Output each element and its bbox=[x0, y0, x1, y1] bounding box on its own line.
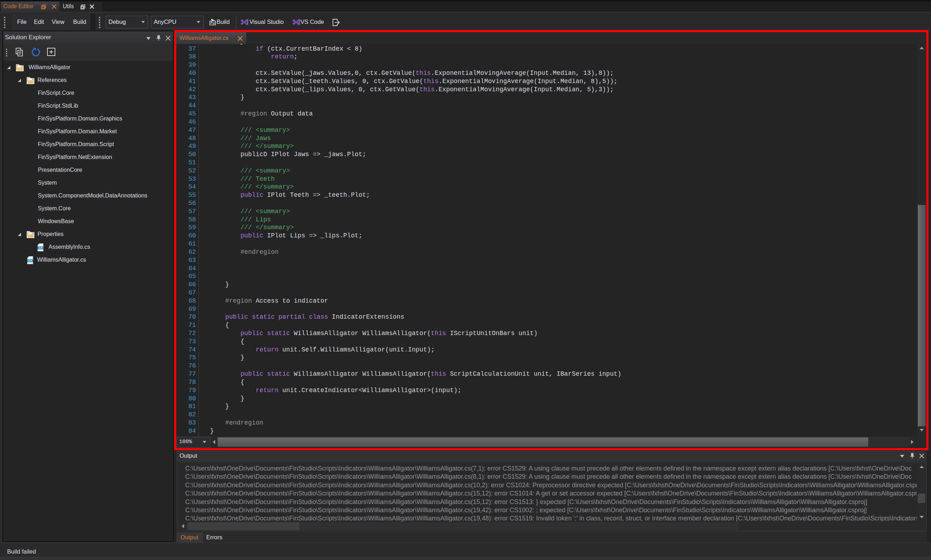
svg-text:C#: C# bbox=[28, 259, 32, 262]
svg-text:C#: C# bbox=[39, 246, 42, 249]
